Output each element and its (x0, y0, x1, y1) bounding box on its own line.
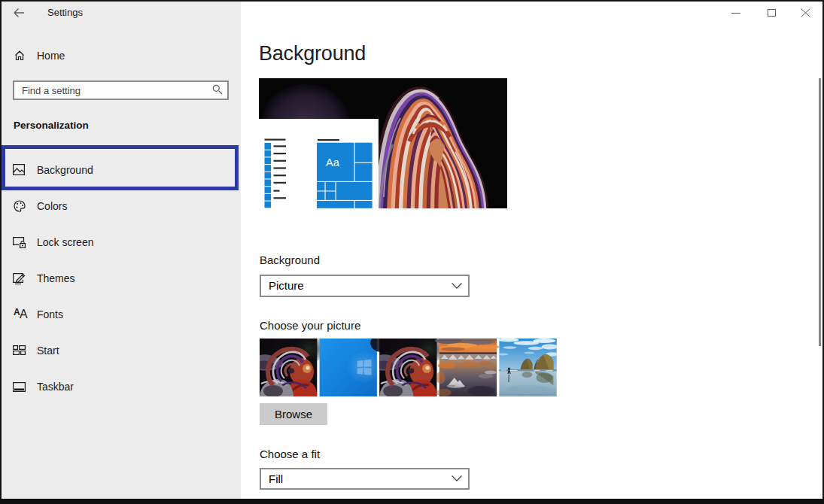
svg-text:Aa: Aa (326, 156, 340, 169)
